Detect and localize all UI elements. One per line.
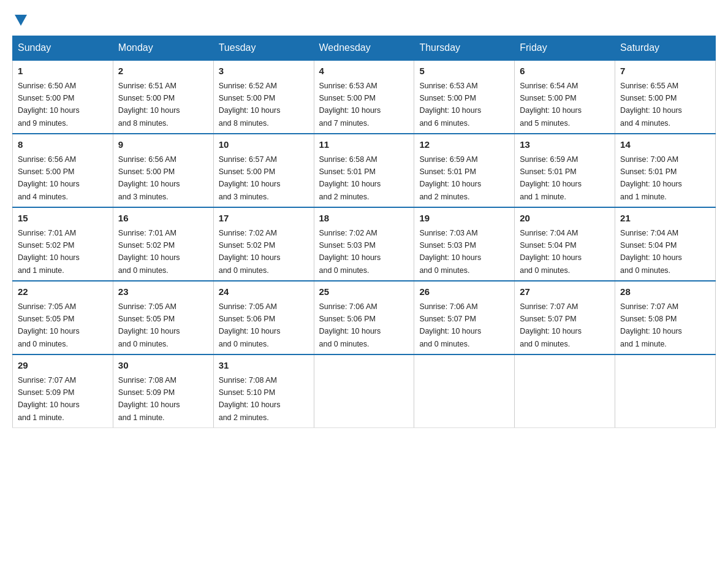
- calendar-cell: 20 Sunrise: 7:04 AMSunset: 5:04 PMDaylig…: [515, 207, 615, 281]
- day-number: 28: [620, 285, 710, 299]
- day-info: Sunrise: 7:06 AMSunset: 5:06 PMDaylight:…: [319, 302, 381, 348]
- calendar-header-sunday: Sunday: [13, 36, 113, 61]
- day-number: 9: [118, 138, 208, 152]
- logo-triangle-icon: [15, 15, 27, 26]
- day-number: 23: [118, 285, 208, 299]
- calendar-week-row: 1 Sunrise: 6:50 AMSunset: 5:00 PMDayligh…: [13, 60, 716, 134]
- day-number: 17: [219, 212, 309, 226]
- calendar-cell: 18 Sunrise: 7:02 AMSunset: 5:03 PMDaylig…: [314, 207, 414, 281]
- calendar-header-friday: Friday: [515, 36, 615, 61]
- calendar-header-row: SundayMondayTuesdayWednesdayThursdayFrid…: [13, 36, 716, 61]
- day-number: 1: [18, 64, 108, 79]
- day-number: 16: [118, 212, 208, 226]
- page-header: [12, 12, 716, 26]
- calendar-cell: 25 Sunrise: 7:06 AMSunset: 5:06 PMDaylig…: [314, 281, 414, 354]
- day-info: Sunrise: 7:07 AMSunset: 5:07 PMDaylight:…: [520, 302, 582, 348]
- calendar-cell: 6 Sunrise: 6:54 AMSunset: 5:00 PMDayligh…: [515, 60, 615, 134]
- calendar-header-thursday: Thursday: [414, 36, 515, 61]
- calendar-week-row: 29 Sunrise: 7:07 AMSunset: 5:09 PMDaylig…: [13, 354, 716, 428]
- calendar-cell: 8 Sunrise: 6:56 AMSunset: 5:00 PMDayligh…: [13, 134, 113, 207]
- calendar-cell: 30 Sunrise: 7:08 AMSunset: 5:09 PMDaylig…: [113, 354, 213, 428]
- calendar-header-saturday: Saturday: [615, 36, 716, 61]
- day-number: 20: [520, 212, 610, 226]
- day-info: Sunrise: 7:08 AMSunset: 5:09 PMDaylight:…: [118, 376, 180, 422]
- calendar-cell: 9 Sunrise: 6:56 AMSunset: 5:00 PMDayligh…: [113, 134, 213, 207]
- calendar-cell: 28 Sunrise: 7:07 AMSunset: 5:08 PMDaylig…: [615, 281, 716, 354]
- day-number: 25: [319, 285, 409, 299]
- calendar-header-tuesday: Tuesday: [213, 36, 314, 61]
- calendar-cell: 27 Sunrise: 7:07 AMSunset: 5:07 PMDaylig…: [515, 281, 615, 354]
- calendar-cell: 2 Sunrise: 6:51 AMSunset: 5:00 PMDayligh…: [113, 60, 213, 134]
- calendar-cell: 5 Sunrise: 6:53 AMSunset: 5:00 PMDayligh…: [414, 60, 515, 134]
- day-info: Sunrise: 7:01 AMSunset: 5:02 PMDaylight:…: [18, 229, 80, 275]
- logo: [12, 12, 27, 26]
- calendar-cell: 12 Sunrise: 6:59 AMSunset: 5:01 PMDaylig…: [414, 134, 515, 207]
- day-number: 6: [520, 64, 610, 79]
- calendar-cell: [615, 354, 716, 428]
- calendar-cell: 10 Sunrise: 6:57 AMSunset: 5:00 PMDaylig…: [213, 134, 314, 207]
- day-number: 30: [118, 359, 208, 373]
- calendar-cell: [515, 354, 615, 428]
- day-info: Sunrise: 7:07 AMSunset: 5:08 PMDaylight:…: [620, 302, 682, 348]
- day-info: Sunrise: 6:55 AMSunset: 5:00 PMDaylight:…: [620, 82, 682, 128]
- calendar-cell: 14 Sunrise: 7:00 AMSunset: 5:01 PMDaylig…: [615, 134, 716, 207]
- day-info: Sunrise: 7:04 AMSunset: 5:04 PMDaylight:…: [520, 229, 582, 275]
- day-info: Sunrise: 6:53 AMSunset: 5:00 PMDaylight:…: [419, 82, 481, 128]
- calendar-cell: 7 Sunrise: 6:55 AMSunset: 5:00 PMDayligh…: [615, 60, 716, 134]
- day-number: 31: [219, 359, 309, 373]
- day-number: 12: [419, 138, 509, 152]
- day-number: 15: [18, 212, 108, 226]
- calendar-cell: 26 Sunrise: 7:06 AMSunset: 5:07 PMDaylig…: [414, 281, 515, 354]
- day-info: Sunrise: 7:04 AMSunset: 5:04 PMDaylight:…: [620, 229, 682, 275]
- calendar-cell: 13 Sunrise: 6:59 AMSunset: 5:01 PMDaylig…: [515, 134, 615, 207]
- calendar-cell: 17 Sunrise: 7:02 AMSunset: 5:02 PMDaylig…: [213, 207, 314, 281]
- day-info: Sunrise: 6:57 AMSunset: 5:00 PMDaylight:…: [219, 155, 281, 201]
- calendar-cell: 21 Sunrise: 7:04 AMSunset: 5:04 PMDaylig…: [615, 207, 716, 281]
- day-number: 22: [18, 285, 108, 299]
- day-number: 4: [319, 64, 409, 79]
- day-info: Sunrise: 6:59 AMSunset: 5:01 PMDaylight:…: [520, 155, 582, 201]
- calendar-cell: 29 Sunrise: 7:07 AMSunset: 5:09 PMDaylig…: [13, 354, 113, 428]
- calendar-cell: 1 Sunrise: 6:50 AMSunset: 5:00 PMDayligh…: [13, 60, 113, 134]
- day-info: Sunrise: 6:59 AMSunset: 5:01 PMDaylight:…: [419, 155, 481, 201]
- calendar-cell: 22 Sunrise: 7:05 AMSunset: 5:05 PMDaylig…: [13, 281, 113, 354]
- day-number: 21: [620, 212, 710, 226]
- day-info: Sunrise: 7:03 AMSunset: 5:03 PMDaylight:…: [419, 229, 481, 275]
- day-number: 5: [419, 64, 509, 79]
- day-info: Sunrise: 7:00 AMSunset: 5:01 PMDaylight:…: [620, 155, 682, 201]
- day-number: 14: [620, 138, 710, 152]
- day-number: 11: [319, 138, 409, 152]
- day-info: Sunrise: 7:05 AMSunset: 5:06 PMDaylight:…: [219, 302, 281, 348]
- calendar-cell: 19 Sunrise: 7:03 AMSunset: 5:03 PMDaylig…: [414, 207, 515, 281]
- day-info: Sunrise: 7:08 AMSunset: 5:10 PMDaylight:…: [219, 376, 281, 422]
- day-info: Sunrise: 6:51 AMSunset: 5:00 PMDaylight:…: [118, 82, 180, 128]
- calendar-cell: 24 Sunrise: 7:05 AMSunset: 5:06 PMDaylig…: [213, 281, 314, 354]
- calendar-cell: [414, 354, 515, 428]
- day-info: Sunrise: 7:06 AMSunset: 5:07 PMDaylight:…: [419, 302, 481, 348]
- day-number: 10: [219, 138, 309, 152]
- day-info: Sunrise: 7:02 AMSunset: 5:02 PMDaylight:…: [219, 229, 281, 275]
- day-info: Sunrise: 7:02 AMSunset: 5:03 PMDaylight:…: [319, 229, 381, 275]
- day-number: 27: [520, 285, 610, 299]
- day-info: Sunrise: 7:05 AMSunset: 5:05 PMDaylight:…: [18, 302, 80, 348]
- calendar-cell: 3 Sunrise: 6:52 AMSunset: 5:00 PMDayligh…: [213, 60, 314, 134]
- day-number: 24: [219, 285, 309, 299]
- calendar-cell: 4 Sunrise: 6:53 AMSunset: 5:00 PMDayligh…: [314, 60, 414, 134]
- day-info: Sunrise: 6:56 AMSunset: 5:00 PMDaylight:…: [118, 155, 180, 201]
- calendar-cell: 11 Sunrise: 6:58 AMSunset: 5:01 PMDaylig…: [314, 134, 414, 207]
- day-number: 7: [620, 64, 710, 79]
- day-number: 19: [419, 212, 509, 226]
- calendar-table: SundayMondayTuesdayWednesdayThursdayFrid…: [12, 36, 716, 428]
- day-info: Sunrise: 6:52 AMSunset: 5:00 PMDaylight:…: [219, 82, 281, 128]
- calendar-header-wednesday: Wednesday: [314, 36, 414, 61]
- day-info: Sunrise: 6:54 AMSunset: 5:00 PMDaylight:…: [520, 82, 582, 128]
- day-number: 26: [419, 285, 509, 299]
- day-info: Sunrise: 7:07 AMSunset: 5:09 PMDaylight:…: [18, 376, 80, 422]
- day-info: Sunrise: 7:01 AMSunset: 5:02 PMDaylight:…: [118, 229, 180, 275]
- day-info: Sunrise: 6:53 AMSunset: 5:00 PMDaylight:…: [319, 82, 381, 128]
- day-number: 8: [18, 138, 108, 152]
- day-number: 3: [219, 64, 309, 79]
- day-info: Sunrise: 6:56 AMSunset: 5:00 PMDaylight:…: [18, 155, 80, 201]
- day-number: 18: [319, 212, 409, 226]
- day-number: 2: [118, 64, 208, 79]
